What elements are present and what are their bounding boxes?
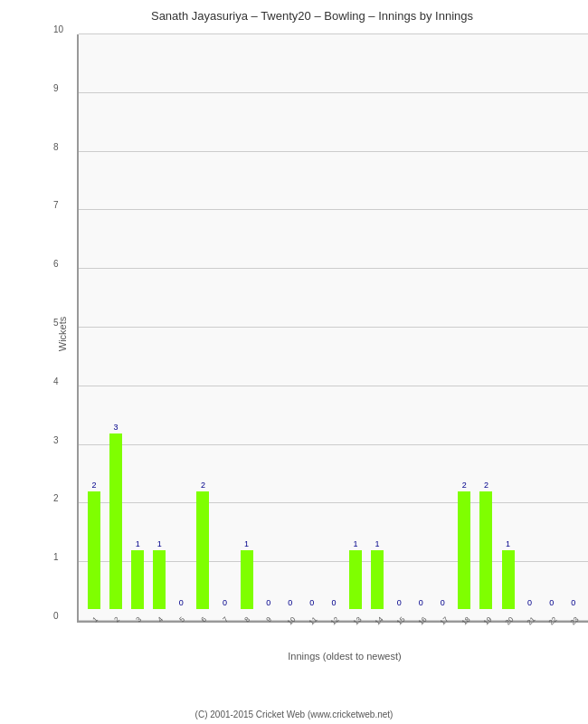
bar-group: 219 [475, 34, 497, 621]
bar-group: 21 [83, 34, 105, 621]
x-axis-label: 23 [569, 615, 581, 627]
bar-group: 218 [453, 34, 475, 621]
bar-group: 26 [192, 34, 213, 621]
bar-value-label: 1 [244, 539, 249, 548]
bar-group: 113 [345, 34, 366, 621]
x-axis-label: 18 [460, 615, 472, 627]
bar-group: 011 [301, 34, 323, 621]
bar-group: 023 [563, 34, 584, 621]
bar [502, 550, 515, 609]
bar [458, 491, 470, 609]
x-axis-label: 21 [526, 615, 537, 627]
x-axis-label: 14 [373, 615, 384, 627]
bar-value-label: 1 [375, 539, 380, 548]
bar-value-label: 0 [441, 598, 445, 607]
footer: (C) 2001-2015 Cricket Web (www.cricketwe… [0, 710, 588, 719]
bar-group: 012 [323, 34, 345, 621]
bar-value-label: 2 [92, 481, 97, 490]
bar-value-label: 1 [136, 539, 140, 548]
bar-group: 224 [584, 34, 588, 621]
chart-area: 0 1 2 3 4 5 6 7 8 [77, 34, 588, 623]
x-axis-label: 6 [200, 615, 209, 624]
bar-group: 13 [127, 34, 148, 621]
bar-group: 016 [410, 34, 432, 621]
bar [153, 550, 166, 609]
x-axis-label: 22 [547, 615, 559, 627]
bar-value-label: 0 [288, 598, 292, 607]
bar-group: 021 [519, 34, 541, 621]
bar-value-label: 0 [266, 598, 270, 607]
bar-group: 022 [541, 34, 563, 621]
bar-value-label: 1 [506, 539, 510, 548]
bar-group: 120 [497, 34, 518, 621]
bar-group: 015 [388, 34, 410, 621]
x-axis-label: 5 [178, 615, 187, 624]
bar-value-label: 1 [157, 539, 162, 548]
y-axis-title: Wickets [57, 317, 68, 352]
bar-value-label: 2 [462, 481, 467, 490]
bar-value-label: 3 [114, 423, 119, 432]
bar-value-label: 2 [201, 481, 205, 490]
x-axis-label: 1 [90, 615, 100, 624]
bar [109, 433, 122, 609]
x-axis-label: 10 [286, 615, 298, 627]
chart-title: Sanath Jayasuriya – Twenty20 – Bowling –… [45, 9, 579, 23]
x-axis-label: 9 [265, 615, 274, 624]
x-axis-title: Innings (oldest to newest) [79, 651, 588, 662]
bar-group: 32 [105, 34, 127, 621]
x-axis-label: 20 [504, 615, 516, 627]
bar-value-label: 0 [527, 598, 532, 607]
bar-group: 017 [432, 34, 453, 621]
bar-group: 114 [366, 34, 388, 621]
x-axis-label: 15 [394, 615, 406, 627]
bar-group: 010 [280, 34, 301, 621]
x-axis-label: 4 [156, 615, 166, 624]
bar-group: 18 [236, 34, 258, 621]
bar-value-label: 0 [223, 598, 227, 607]
bar-value-label: 0 [309, 598, 314, 607]
bar-value-label: 0 [397, 598, 402, 607]
bar-value-label: 1 [353, 539, 357, 548]
bar-value-label: 2 [484, 481, 488, 490]
x-axis-label: 12 [329, 615, 341, 627]
bar-value-label: 0 [419, 598, 423, 607]
bar-group: 05 [170, 34, 192, 621]
bar-group: 09 [258, 34, 280, 621]
bar-value-label: 0 [331, 598, 336, 607]
bar [479, 491, 492, 609]
bar-group: 14 [148, 34, 170, 621]
bar-group: 07 [213, 34, 235, 621]
x-axis-label: 7 [222, 615, 231, 624]
x-axis-label: 19 [482, 615, 494, 627]
bar [131, 550, 144, 609]
bar-value-label: 0 [571, 598, 575, 607]
x-axis-label: 3 [134, 615, 143, 624]
bar [88, 491, 100, 609]
bar [371, 550, 384, 609]
x-axis-label: 16 [417, 615, 429, 627]
chart-container: Sanath Jayasuriya – Twenty20 – Bowling –… [0, 0, 588, 724]
x-axis-label: 13 [351, 615, 363, 627]
bar-value-label: 0 [179, 598, 184, 607]
bar [196, 491, 209, 609]
bar-value-label: 0 [549, 598, 554, 607]
x-axis-label: 17 [439, 615, 450, 627]
x-axis-label: 2 [112, 615, 121, 624]
bar [241, 550, 253, 609]
x-axis-label: 8 [243, 615, 252, 624]
x-axis-label: 11 [308, 615, 319, 627]
bar [349, 550, 362, 609]
